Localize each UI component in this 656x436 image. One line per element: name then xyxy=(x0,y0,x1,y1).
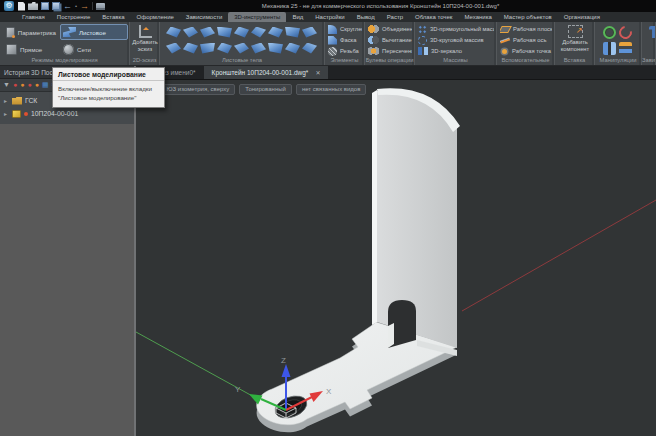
save-icon[interactable] xyxy=(41,2,49,10)
sheet-op-icon[interactable] xyxy=(234,27,249,38)
sheet-op-icon[interactable] xyxy=(268,27,283,38)
redo-icon[interactable]: → xyxy=(80,2,89,11)
view-orientation-button[interactable]: ЮЗ изометрия, сверху xyxy=(161,84,236,95)
ribbon-button[interactable]: Резьба xyxy=(328,46,362,56)
rotate-gizmo-icon[interactable] xyxy=(616,23,634,41)
ribbon-button[interactable]: Рабочая точка xyxy=(500,46,552,56)
ribbon-button-label: Вычитание xyxy=(382,37,412,43)
ribbon-button[interactable]: Фаска xyxy=(328,35,362,45)
ribbon-group-7: Добавить компонентВставка xyxy=(555,22,595,65)
big-button[interactable]: Добавить эскиз xyxy=(133,24,157,56)
ribbon-tab-3[interactable]: Оформление xyxy=(131,12,180,22)
big-button-label: Добавить эскиз xyxy=(132,39,158,52)
panel-empty-area xyxy=(0,124,134,436)
undo-icon[interactable]: ← xyxy=(63,2,72,11)
dropdown-dot-icon[interactable]: • xyxy=(75,2,77,11)
sheet-op-icon[interactable] xyxy=(166,27,181,38)
ribbon-button-label: Рабочая ось xyxy=(513,37,546,43)
gear-app-icon[interactable]: ⚙ xyxy=(4,1,14,11)
move-gizmo-icon[interactable] xyxy=(603,26,616,39)
ribbon-group-label: Вспомогательные xyxy=(497,56,554,65)
tree-item-1[interactable]: ▸10П204-00-001 xyxy=(0,107,134,120)
print-icon[interactable] xyxy=(96,3,105,10)
new-file-icon[interactable] xyxy=(18,2,25,11)
document-tab-label: Кронштейн 10П204-00-001.dwg* xyxy=(212,69,309,76)
mode-button[interactable]: Сети xyxy=(60,41,128,56)
red-dot-icon[interactable]: ● xyxy=(13,80,17,90)
ribbon-button[interactable]: Пересечение xyxy=(368,46,412,56)
ribbon-tab-13[interactable]: Организация xyxy=(558,12,606,22)
ribbon-group-8: Манипуляции xyxy=(595,22,642,65)
linked-views-button[interactable]: нет связанных видов xyxy=(296,84,367,95)
ribbon-tab-12[interactable]: Мастер объектов xyxy=(498,12,558,22)
title-bar: ⚙ ←•→ Механика 25 - не для коммерческого… xyxy=(0,0,656,12)
sheet-op-icon[interactable] xyxy=(217,27,232,38)
sheet-op-icon[interactable] xyxy=(302,27,317,38)
history-3d-panel: История 3D Построений ▼●●●●▦≡ ▸ГСК▸10П20… xyxy=(0,66,136,436)
sheet-op-icon[interactable] xyxy=(166,43,181,54)
close-tab-icon[interactable]: ✕ xyxy=(315,69,320,76)
ribbon-group-0: ПараметрикаЛистовоеПрямоеСетиРежимы моде… xyxy=(0,22,130,65)
open-folder-icon[interactable] xyxy=(28,2,38,10)
ribbon-tab-8[interactable]: Вывод xyxy=(351,12,381,22)
ribbon-button[interactable]: Рабочая ось xyxy=(500,35,552,45)
document-tab-1[interactable]: Кронштейн 10П204-00-001.dwg*✕ xyxy=(204,66,329,79)
model-canvas[interactable]: Z Y X xyxy=(136,80,656,436)
ribbon-button[interactable]: Объединение xyxy=(368,24,412,34)
sheet-op-icon[interactable] xyxy=(183,27,198,38)
sheet-op-icon[interactable] xyxy=(200,27,215,38)
sheet-op-icon[interactable] xyxy=(268,43,283,54)
ribbon-tab-0[interactable]: Главная xyxy=(16,12,51,22)
ribbon-tab-2[interactable]: Вставка xyxy=(96,12,130,22)
align-gizmo-icon[interactable] xyxy=(619,42,632,55)
sheet-op-icon[interactable] xyxy=(183,43,198,54)
sheet-op-icon[interactable] xyxy=(217,43,232,54)
red-dot-icon[interactable]: ● xyxy=(27,80,31,90)
blue-grid-icon[interactable]: ▦ xyxy=(42,80,49,90)
expander-icon[interactable]: ▸ xyxy=(4,110,9,117)
sheet-op-icon[interactable] xyxy=(251,43,266,54)
constraint-icon[interactable] xyxy=(649,26,655,38)
tooltip-title: Листовое моделирование xyxy=(53,68,164,81)
filter-icon[interactable]: ▼ xyxy=(3,80,10,90)
big-button[interactable]: Добавить компонент xyxy=(558,24,592,56)
sheet-op-icon[interactable] xyxy=(200,43,215,54)
work-axis-icon xyxy=(500,37,510,43)
thread-icon xyxy=(328,47,337,56)
ribbon-button[interactable]: 3D-зеркало xyxy=(418,46,494,56)
mirror-gizmo-icon[interactable] xyxy=(603,42,616,55)
sheet-op-icon[interactable] xyxy=(251,27,266,38)
ribbon-tab-4[interactable]: Зависимости xyxy=(180,12,228,22)
ribbon-group-label: Режимы моделирования xyxy=(0,56,129,65)
sheet-op-icon[interactable] xyxy=(285,27,300,38)
union-icon xyxy=(368,25,379,33)
ribbon-tab-11[interactable]: Механика xyxy=(458,12,497,22)
ribbon-group-label: Листовые тела xyxy=(160,56,324,65)
ribbon-tab-1[interactable]: Построение xyxy=(51,12,96,22)
ribbon-button[interactable]: 3D-круговой массив xyxy=(418,35,494,45)
orange-dot-icon[interactable]: ● xyxy=(35,80,39,90)
sheet-op-icon[interactable] xyxy=(285,43,300,54)
ribbon-tab-9[interactable]: Растр xyxy=(381,12,409,22)
ribbon-button[interactable]: Вычитание xyxy=(368,35,412,45)
tooltip-body: Включение/выключение вкладки "Листовое м… xyxy=(53,81,164,107)
ribbon-button[interactable]: Скругление xyxy=(328,24,362,34)
ribbon-button[interactable]: Рабочая плоскость xyxy=(500,24,552,34)
sheet-op-icon[interactable] xyxy=(234,43,249,54)
save-all-icon[interactable] xyxy=(52,2,60,10)
visual-style-button[interactable]: Тонированный xyxy=(239,84,292,95)
expander-icon[interactable]: ▸ xyxy=(4,97,9,104)
ribbon-tab-6[interactable]: Вид xyxy=(286,12,309,22)
orange-dot-icon[interactable]: ● xyxy=(20,80,24,90)
model-viewport[interactable]: −ЮЗ изометрия, сверхуТонированныйнет свя… xyxy=(136,80,656,436)
ribbon-tab-7[interactable]: Настройки xyxy=(309,12,350,22)
mode-button[interactable]: Прямое xyxy=(3,41,59,56)
ribbon-group-label: Элементы xyxy=(325,56,364,65)
folder-icon xyxy=(12,97,22,105)
ribbon-button[interactable]: 3D-прямоугольный массив xyxy=(418,24,494,34)
ribbon-tab-5[interactable]: 3D-инструменты xyxy=(228,12,286,22)
mode-button[interactable]: Параметрика xyxy=(3,24,59,40)
mode-button[interactable]: Листовое xyxy=(60,24,128,40)
sheet-op-icon[interactable] xyxy=(302,43,317,54)
ribbon-tab-10[interactable]: Облака точек xyxy=(409,12,458,22)
